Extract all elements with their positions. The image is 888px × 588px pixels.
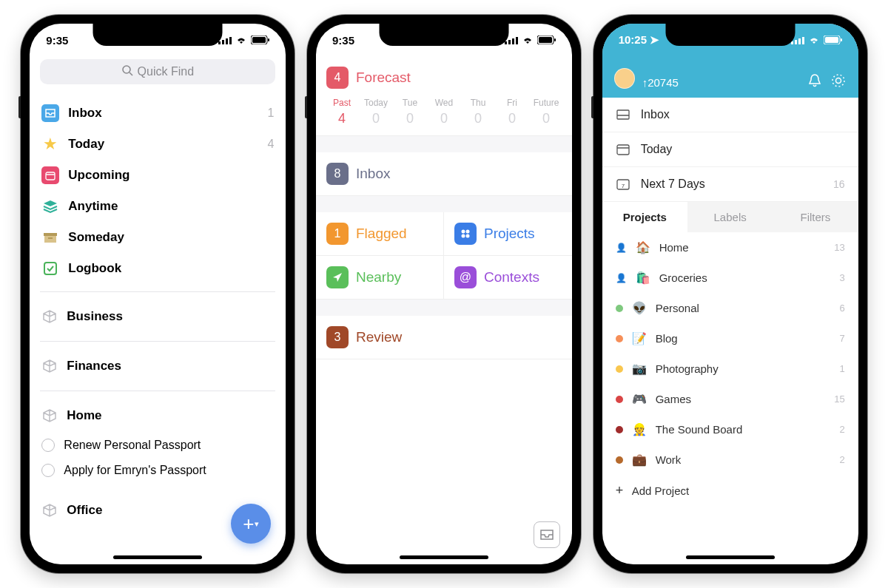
- inbox-button[interactable]: [534, 521, 560, 548]
- cube-icon: [41, 408, 58, 424]
- project-row[interactable]: 👽 Personal 6: [602, 293, 858, 323]
- project-count: 2: [839, 424, 844, 435]
- area-home[interactable]: Home: [40, 399, 275, 433]
- nav-anytime[interactable]: Anytime: [40, 191, 275, 222]
- search-icon: [122, 65, 133, 79]
- svg-rect-21: [554, 38, 556, 41]
- area-label: Business: [67, 309, 123, 324]
- day-thu[interactable]: Thu0: [462, 98, 494, 126]
- svg-rect-17: [512, 38, 514, 44]
- area-finances[interactable]: Finances: [40, 349, 275, 383]
- nav-count: 1: [267, 107, 274, 120]
- nav-inbox[interactable]: Inbox: [602, 98, 858, 132]
- divider: [40, 391, 275, 391]
- tab-labels[interactable]: Labels: [687, 202, 773, 232]
- nav-upcoming[interactable]: Upcoming: [40, 160, 275, 191]
- layers-icon: [41, 197, 59, 215]
- tile-contexts[interactable]: @ Contexts: [444, 256, 572, 300]
- home-indicator[interactable]: [113, 555, 202, 559]
- task-row[interactable]: Renew Personal Passport: [40, 433, 275, 458]
- search-input[interactable]: Quick Find: [40, 59, 275, 84]
- day-tue[interactable]: Tue0: [394, 98, 426, 126]
- nav-label: Inbox: [68, 106, 258, 121]
- screen-omnifocus: 9:35 4 Forecast Past4 Today0 Tue0 Wed0 T…: [316, 24, 572, 564]
- project-row[interactable]: 👤 🛍️ Groceries 3: [602, 263, 858, 293]
- svg-rect-1: [222, 40, 224, 44]
- tab-filters[interactable]: Filters: [773, 202, 858, 232]
- battery-icon: [824, 34, 842, 47]
- home-indicator[interactable]: [400, 555, 488, 559]
- tile-forecast[interactable]: 4 Forecast: [316, 56, 572, 92]
- status-icons: [505, 34, 556, 47]
- checkbox-icon[interactable]: [41, 439, 55, 452]
- project-row[interactable]: 📷 Photography 1: [602, 354, 858, 384]
- nav-today[interactable]: ★ Today 4: [40, 129, 275, 160]
- project-label: Work: [656, 453, 831, 466]
- status-time: 9:35: [46, 34, 68, 47]
- tile-nearby[interactable]: Nearby: [316, 256, 444, 300]
- svg-rect-35: [617, 110, 629, 119]
- calendar-icon: [41, 166, 59, 184]
- tile-projects[interactable]: Projects: [444, 212, 572, 256]
- project-count: 1: [839, 363, 844, 374]
- nav-week[interactable]: 7 Next 7 Days 16: [602, 167, 858, 202]
- star-icon: ★: [41, 135, 59, 153]
- project-label: Blog: [656, 332, 831, 345]
- inbox-icon: [616, 107, 630, 122]
- svg-rect-32: [841, 38, 842, 41]
- phone-omnifocus: 9:35 4 Forecast Past4 Today0 Tue0 Wed0 T…: [307, 15, 581, 573]
- nav-logbook[interactable]: Logbook: [40, 253, 275, 284]
- avatar[interactable]: [614, 68, 635, 89]
- plus-icon: +: [616, 483, 623, 499]
- project-row[interactable]: 📝 Blog 7: [602, 323, 858, 354]
- battery-icon: [537, 34, 556, 47]
- day-wed[interactable]: Wed0: [428, 98, 460, 126]
- tab-projects[interactable]: Projects: [602, 202, 687, 232]
- wifi-icon: [808, 34, 820, 47]
- project-row[interactable]: 🎮 Games 15: [602, 384, 858, 414]
- flagged-badge: 1: [326, 223, 349, 245]
- tile-flagged[interactable]: 1 Flagged: [316, 212, 444, 256]
- svg-rect-5: [252, 37, 266, 43]
- project-row[interactable]: 💼 Work 2: [602, 445, 858, 475]
- gear-icon[interactable]: [830, 72, 847, 89]
- nav-someday[interactable]: Someday: [40, 222, 275, 253]
- day-fri[interactable]: Fri0: [497, 98, 528, 126]
- nav-inbox[interactable]: Inbox 1: [40, 98, 275, 129]
- svg-text:7: 7: [621, 183, 625, 189]
- dot-icon: [616, 426, 623, 433]
- checkbox-icon[interactable]: [41, 464, 55, 477]
- project-count: 6: [839, 303, 844, 314]
- tile-label: Nearby: [356, 269, 401, 285]
- project-emoji: 📝: [632, 331, 647, 345]
- battery-icon: [251, 34, 269, 47]
- day-future[interactable]: Future0: [531, 98, 562, 126]
- nav-today[interactable]: Today: [602, 132, 858, 167]
- bell-icon[interactable]: [807, 72, 823, 89]
- home-indicator[interactable]: [686, 555, 775, 559]
- add-task-button[interactable]: + ▾: [231, 504, 271, 544]
- dot-icon: [616, 335, 623, 342]
- dot-icon: [616, 305, 623, 312]
- project-row[interactable]: 👷 The Sound Board 2: [602, 414, 858, 445]
- area-business[interactable]: Business: [40, 300, 275, 334]
- tile-inbox[interactable]: 8 Inbox: [316, 152, 572, 196]
- tile-label: Forecast: [356, 70, 411, 86]
- project-emoji: 👽: [632, 301, 647, 315]
- nav-label: Logbook: [68, 261, 274, 276]
- inbox-icon: [41, 104, 59, 122]
- add-project-button[interactable]: + Add Project: [602, 475, 858, 507]
- nav-label: Today: [641, 143, 845, 156]
- karma-score[interactable]: ↑20745: [642, 76, 799, 89]
- day-past[interactable]: Past4: [326, 98, 357, 126]
- notch: [665, 24, 795, 46]
- project-row[interactable]: 👤 🏠 Home 13: [602, 232, 858, 263]
- nav-label: Next 7 Days: [641, 178, 823, 191]
- day-today[interactable]: Today0: [360, 98, 391, 126]
- logbook-icon: [41, 260, 59, 277]
- task-row[interactable]: Apply for Emryn's Passport: [40, 458, 275, 483]
- tile-review[interactable]: 3 Review: [316, 316, 572, 359]
- at-icon: @: [454, 266, 477, 288]
- phone-things: 9:35 Quick Find: [21, 15, 295, 573]
- add-project-label: Add Project: [632, 484, 845, 497]
